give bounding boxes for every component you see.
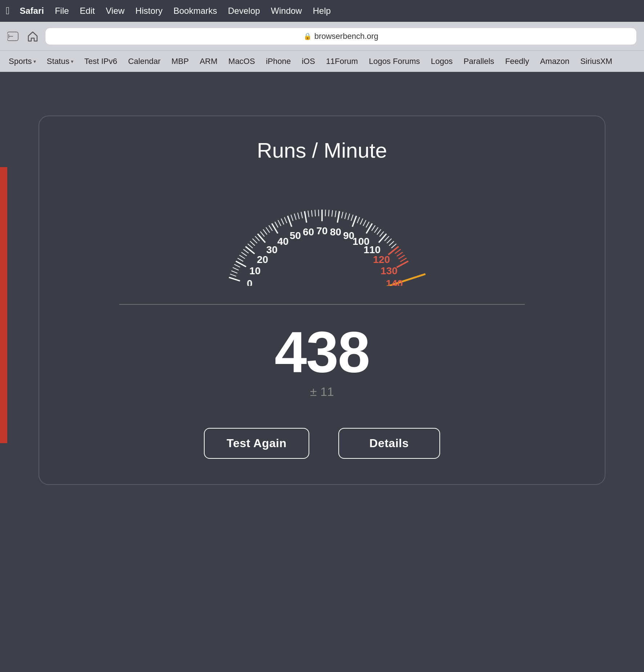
bookmark-arm-label: ARM: [200, 57, 217, 66]
view-menu[interactable]: View: [104, 4, 127, 17]
chevron-down-icon: ▾: [71, 58, 73, 64]
bookmark-ios-label: iOS: [302, 57, 315, 66]
back-forward-icon: [7, 30, 20, 43]
bookmark-mbp-label: MBP: [172, 57, 189, 66]
gauge-display: [68, 184, 576, 286]
bookmark-feedly-label: Feedly: [505, 57, 529, 66]
develop-menu[interactable]: Develop: [226, 4, 262, 17]
lock-icon: 🔒: [303, 32, 311, 40]
bookmark-logos-forums[interactable]: Logos Forums: [364, 54, 425, 68]
bookmark-testipv6-label: Test IPv6: [84, 57, 117, 66]
bookmark-sports-label: Sports: [9, 57, 32, 66]
history-menu[interactable]: History: [133, 4, 165, 17]
file-menu[interactable]: File: [53, 4, 71, 17]
bookmark-calendar-label: Calendar: [128, 57, 160, 66]
safari-menu[interactable]: Safari: [17, 4, 46, 17]
window-menu[interactable]: Window: [269, 4, 304, 17]
test-again-button[interactable]: Test Again: [204, 428, 309, 459]
home-icon[interactable]: [26, 30, 39, 43]
apple-icon[interactable]: : [6, 5, 9, 17]
bookmark-macos[interactable]: MacOS: [223, 54, 260, 68]
bookmark-amazon-label: Amazon: [540, 57, 569, 66]
bookmarks-bar: Sports ▾ Status ▾ Test IPv6 Calendar MBP…: [0, 51, 644, 72]
bookmark-11forum[interactable]: 11Forum: [321, 54, 363, 68]
left-score-panel: [0, 167, 7, 443]
bookmark-logos[interactable]: Logos: [426, 54, 458, 68]
bookmark-macos-label: MacOS: [228, 57, 255, 66]
bookmark-logos-forums-label: Logos Forums: [369, 57, 420, 66]
score-margin: ± 11: [310, 385, 334, 399]
gauge-title: Runs / Minute: [257, 138, 387, 162]
menu-bar:  Safari File Edit View History Bookmark…: [0, 0, 644, 22]
gauge-divider: [119, 304, 525, 305]
bookmark-mbp[interactable]: MBP: [166, 54, 194, 68]
bookmark-parallels-label: Parallels: [464, 57, 494, 66]
bookmark-testipv6[interactable]: Test IPv6: [79, 54, 122, 68]
bookmark-amazon[interactable]: Amazon: [535, 54, 575, 68]
bookmark-status-label: Status: [47, 57, 69, 66]
bookmark-sports[interactable]: Sports ▾: [4, 54, 41, 68]
bookmark-logos-label: Logos: [431, 57, 453, 66]
bookmark-iphone[interactable]: iPhone: [261, 54, 296, 68]
help-menu[interactable]: Help: [311, 4, 333, 17]
edit-menu[interactable]: Edit: [78, 4, 97, 17]
bookmark-siriusxm-label: SiriusXM: [580, 57, 612, 66]
bookmark-calendar[interactable]: Calendar: [123, 54, 165, 68]
url-bar[interactable]: 🔒 browserbench.org: [45, 28, 637, 45]
bookmark-status[interactable]: Status ▾: [42, 54, 79, 68]
bookmark-siriusxm[interactable]: SiriusXM: [575, 54, 617, 68]
url-text: browserbench.org: [314, 32, 378, 41]
bookmark-feedly[interactable]: Feedly: [500, 54, 534, 68]
bookmark-11forum-label: 11Forum: [326, 57, 358, 66]
gauge-canvas: [68, 184, 576, 286]
gauge-card: Runs / Minute: [39, 116, 605, 485]
bookmark-arm[interactable]: ARM: [194, 54, 222, 68]
score-value: 438: [275, 323, 370, 381]
chevron-down-icon: ▾: [33, 58, 36, 64]
bookmarks-menu[interactable]: Bookmarks: [171, 4, 219, 17]
browser-toolbar: 🔒 browserbench.org: [0, 22, 644, 51]
bookmark-parallels[interactable]: Parallels: [459, 54, 499, 68]
bookmark-iphone-label: iPhone: [266, 57, 291, 66]
bookmark-ios[interactable]: iOS: [297, 54, 320, 68]
button-row: Test Again Details: [204, 428, 440, 459]
details-button[interactable]: Details: [338, 428, 440, 459]
content-area: Runs / Minute: [0, 72, 644, 653]
